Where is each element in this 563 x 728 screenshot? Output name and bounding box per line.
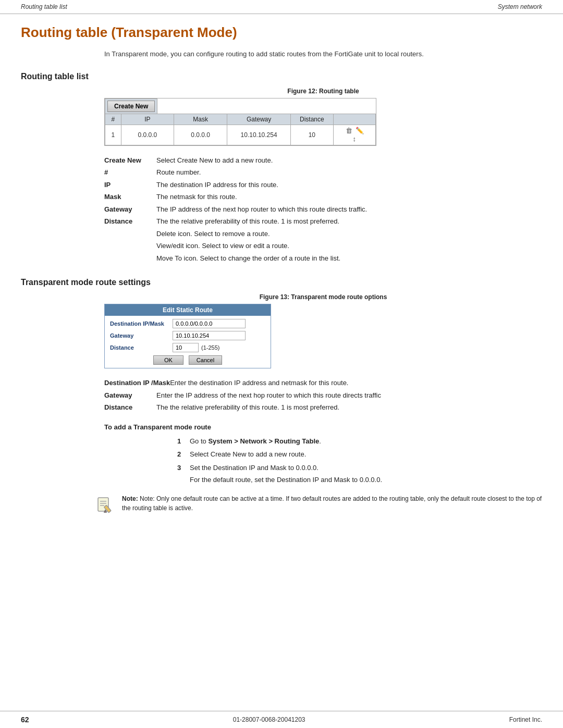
def-ip: The destination IP address for this rout… (156, 180, 542, 190)
col-header-ip: IP (121, 114, 174, 125)
page-title: Routing table (Transparent Mode) (21, 24, 542, 41)
term-gateway: Gateway (104, 204, 156, 215)
term2-distance: Distance (104, 402, 156, 413)
distance-range: (1-255) (201, 344, 219, 351)
edit-icon[interactable]: ✏️ (356, 127, 364, 135)
edit-route-title: Edit Static Route (105, 304, 271, 316)
col-header-mask: Mask (174, 114, 227, 125)
page-header: Routing table list System network (0, 0, 563, 14)
col-header-actions (333, 114, 375, 125)
step-3: 3 Set the Destination IP and Mask to 0.0… (177, 463, 542, 473)
note-content: Note: Only one default route can be acti… (122, 495, 542, 512)
cell-num: 1 (105, 125, 121, 145)
note-text: Note: Note: Only one default route can b… (122, 494, 542, 513)
cell-distance: 10 (291, 125, 333, 145)
term2-gateway: Gateway (104, 390, 156, 401)
step2-num: 2 (177, 449, 190, 460)
step-1: 1 Go to System > Network > Routing Table… (177, 436, 542, 447)
term-ip: IP (104, 180, 156, 190)
figure-13-container: Figure 13: Transparent mode route option… (104, 293, 542, 368)
step-2: 2 Select Create New to add a new route. (177, 449, 542, 460)
table-row: 1 0.0.0.0 0.0.0.0 10.10.10.254 10 🗑 ✏️ ↕ (105, 125, 376, 145)
cell-mask: 0.0.0.0 (174, 125, 227, 145)
section-transparent-mode: Transparent mode route settings Figure 1… (21, 278, 542, 516)
def2-dest-ip: Enter the destination IP address and net… (170, 378, 542, 388)
dest-ip-input[interactable] (173, 319, 246, 328)
section-routing-table-list: Routing table list Figure 12: Routing ta… (21, 72, 542, 264)
dest-ip-row: Destination IP/Mask (110, 319, 265, 328)
col-header-hash: # (105, 114, 121, 125)
distance-input[interactable] (173, 343, 199, 352)
def-create-new: Select Create New to add a new route. (156, 155, 542, 166)
section2-heading: Transparent mode route settings (21, 278, 542, 287)
desc2-dest-ip: Destination IP /Mask Enter the destinati… (104, 378, 542, 388)
section1-heading: Routing table list (21, 72, 542, 81)
desc2-distance: Distance The the relative preferability … (104, 402, 542, 413)
cell-ip: 0.0.0.0 (121, 125, 174, 145)
desc-ip: IP The destination IP address for this r… (104, 180, 542, 190)
create-btn-row: Create New (105, 98, 157, 114)
distance-row: Distance (1-255) (110, 343, 265, 352)
edit-route-body: Destination IP/Mask Gateway Distance (1-… (105, 316, 271, 368)
figure-13-label: Figure 13: Transparent mode route option… (104, 293, 542, 301)
def-move-icon: Move To icon. Select to change the order… (156, 253, 542, 264)
term2-dest-ip: Destination IP /Mask (104, 378, 170, 388)
edit-static-route-panel: Edit Static Route Destination IP/Mask Ga… (104, 304, 271, 368)
intro-text: In Transparent mode, you can configure r… (104, 49, 438, 59)
main-content: Routing table (Transparent Mode) In Tran… (0, 14, 563, 547)
step1-num: 1 (177, 436, 190, 447)
move-icon[interactable]: ↕ (350, 135, 359, 143)
desc-hash: # Route number. (104, 167, 542, 178)
step3-num: 3 (177, 463, 190, 473)
footer-page: 62 (21, 715, 29, 724)
note-svg-icon (94, 495, 115, 516)
def-mask: The netmask for this route. (156, 192, 542, 202)
procedure-section: To add a Transparent mode route 1 Go to … (104, 423, 542, 484)
delete-icon[interactable]: 🗑 (345, 127, 353, 135)
header-right: System network (498, 3, 542, 10)
def-delete-icon: Delete icon. Select to remove a route. (156, 229, 542, 239)
term-distance: Distance (104, 216, 156, 227)
term-hash: # (104, 167, 156, 178)
dest-ip-label: Destination IP/Mask (110, 320, 173, 327)
figure-12-label: Figure 12: Routing table (104, 88, 542, 95)
gateway-row: Gateway (110, 331, 265, 340)
edit-route-buttons: OK Cancel (110, 355, 265, 365)
footer-doc-id: 01-28007-0068-20041203 (233, 716, 305, 723)
def-hash: Route number. (156, 167, 542, 178)
desc-delete-icon-text: Delete icon. Select to remove a route. (104, 229, 542, 239)
section2-desc-list: Destination IP /Mask Enter the destinati… (104, 378, 542, 413)
col-header-distance: Distance (291, 114, 333, 125)
step3-note: For the default route, set the Destinati… (190, 476, 542, 484)
note-icon (94, 495, 115, 516)
col-header-gateway: Gateway (227, 114, 291, 125)
term-create-new: Create New (104, 155, 156, 166)
term-blank-1 (104, 229, 156, 239)
step3-text: Set the Destination IP and Mask to 0.0.0… (190, 463, 319, 473)
procedure-heading: To add a Transparent mode route (104, 423, 542, 431)
routing-table-wrapper: Create New # IP Mask Gateway Distance (104, 98, 376, 146)
routing-table: # IP Mask Gateway Distance 1 0.0.0.0 0.0… (105, 114, 376, 145)
def-edit-icon: View/edit icon. Select to view or edit a… (156, 241, 542, 251)
def2-distance: The the relative preferability of this r… (156, 402, 542, 413)
desc-distance: Distance The the relative preferability … (104, 216, 542, 227)
desc2-gateway: Gateway Enter the IP address of the next… (104, 390, 542, 401)
section1-desc-list: Create New Select Create New to add a ne… (104, 155, 542, 264)
desc-move-icon-text: Move To icon. Select to change the order… (104, 253, 542, 264)
cancel-button[interactable]: Cancel (189, 355, 222, 365)
steps-list: 1 Go to System > Network > Routing Table… (177, 436, 542, 473)
note-label: Note: (122, 495, 138, 502)
def-gateway: The IP address of the next hop router to… (156, 204, 542, 215)
cell-actions: 🗑 ✏️ ↕ (333, 125, 375, 145)
term-blank-3 (104, 253, 156, 264)
gateway-input[interactable] (173, 331, 246, 340)
distance-label: Distance (110, 344, 173, 351)
cell-gateway: 10.10.10.254 (227, 125, 291, 145)
desc-create-new: Create New Select Create New to add a ne… (104, 155, 542, 166)
create-new-button[interactable]: Create New (107, 101, 155, 112)
term-mask: Mask (104, 192, 156, 202)
ok-button[interactable]: OK (153, 355, 183, 365)
note-box: Note: Note: Only one default route can b… (94, 494, 542, 516)
page-footer: 62 01-28007-0068-20041203 Fortinet Inc. (0, 711, 563, 728)
def-distance: The the relative preferability of this r… (156, 216, 542, 227)
